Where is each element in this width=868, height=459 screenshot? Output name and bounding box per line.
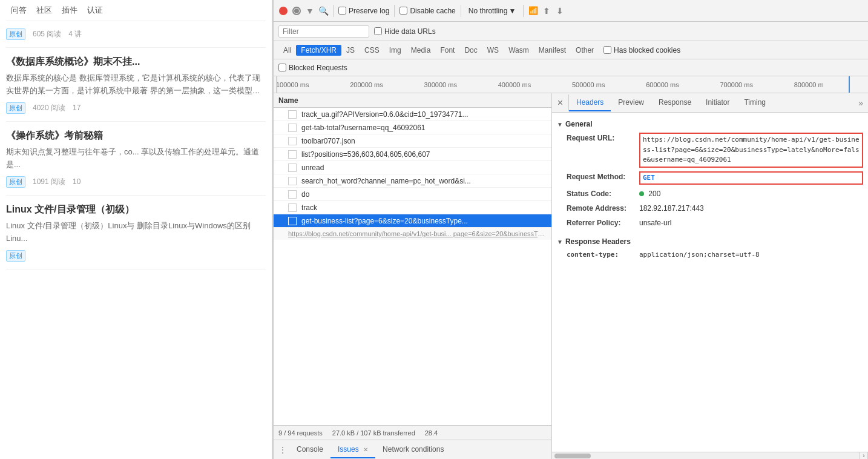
tab-console[interactable]: Console <box>289 441 330 458</box>
disable-cache-checkbox[interactable]: Disable cache <box>399 7 455 15</box>
request-item[interactable]: toolbar0707.json <box>274 134 551 148</box>
scroll-thumb[interactable] <box>554 454 591 458</box>
req-name[interactable]: search_hot_word?channel_name=pc_hot_word… <box>301 177 547 185</box>
close-panel-button[interactable]: × <box>552 94 569 111</box>
request-checkbox[interactable] <box>288 163 297 172</box>
type-btn-media[interactable]: Media <box>406 45 436 56</box>
blog-meta: 原创 605 阅读 4 讲 <box>6 28 266 40</box>
preserve-log-checkbox[interactable]: Preserve log <box>338 7 389 15</box>
type-btn-all[interactable]: All <box>278 45 296 56</box>
tab-initiator[interactable]: Initiator <box>699 94 737 111</box>
transferred-size: 27.0 kB / 107 kB transferred <box>332 429 415 437</box>
timeline-row: 100000 ms 200000 ms 300000 ms 400000 ms … <box>274 76 868 93</box>
request-item[interactable]: search_hot_word?channel_name=pc_hot_word… <box>274 174 551 188</box>
nav-item-auth[interactable]: 认证 <box>87 2 103 18</box>
type-btn-other[interactable]: Other <box>571 45 599 56</box>
req-name[interactable]: unread <box>301 163 547 172</box>
tab-headers[interactable]: Headers <box>569 94 611 111</box>
nav-item-qa[interactable]: 问答 <box>11 2 27 18</box>
request-item-selected[interactable]: get-business-list?page=6&size=20&busines… <box>274 214 551 228</box>
detail-panel: × Headers Preview Response Initiator Tim… <box>552 93 868 459</box>
blog-title[interactable]: 《操作系统》考前秘籍 <box>6 129 266 142</box>
detail-tabs: × Headers Preview Response Initiator Tim… <box>552 93 868 113</box>
request-checkbox[interactable] <box>288 177 297 185</box>
req-name-selected[interactable]: get-business-list?page=6&size=20&busines… <box>301 217 547 225</box>
timeline-label-5: 500000 ms <box>572 81 646 88</box>
req-name[interactable]: toolbar0707.json <box>301 137 547 145</box>
req-name[interactable]: track <box>301 203 547 212</box>
filter-button[interactable]: ▼ <box>305 6 315 16</box>
devtools-filter-row: Hide data URLs <box>274 22 868 41</box>
tab-timing[interactable]: Timing <box>737 94 773 111</box>
filter-input[interactable] <box>278 25 369 38</box>
content-type-label: content-type: <box>567 250 639 260</box>
request-method-label: Request Method: <box>567 171 639 185</box>
blog-title[interactable]: Linux 文件/目录管理（初级） <box>6 203 266 216</box>
has-blocked-cookies-checkbox[interactable]: Has blocked cookies <box>603 46 680 54</box>
req-name[interactable]: do <box>301 190 547 199</box>
request-checkbox[interactable] <box>288 137 297 145</box>
req-name[interactable]: track_ua.gif?APIVersion=0.6.0&cid=10_197… <box>301 110 547 119</box>
has-blocked-cookies-input[interactable] <box>603 46 611 54</box>
req-name[interactable]: get-tab-total?username=qq_46092061 <box>301 124 547 132</box>
request-checkbox[interactable] <box>288 203 297 212</box>
type-btn-manifest[interactable]: Manifest <box>534 45 571 56</box>
request-checkbox[interactable] <box>288 150 297 159</box>
type-btn-js[interactable]: JS <box>341 45 360 56</box>
disable-cache-input[interactable] <box>399 7 407 15</box>
request-list[interactable]: track_ua.gif?APIVersion=0.6.0&cid=10_197… <box>274 108 551 425</box>
request-checkbox[interactable] <box>288 124 297 132</box>
blog-title[interactable]: 《数据库系统概论》期末不挂... <box>6 55 266 68</box>
request-item[interactable]: do <box>274 188 551 201</box>
record-button[interactable] <box>278 6 288 16</box>
blocked-requests-checkbox[interactable] <box>278 64 286 71</box>
tab-preview[interactable]: Preview <box>611 94 651 111</box>
throttling-select[interactable]: No throttling ▼ <box>466 5 519 16</box>
request-item[interactable]: unread <box>274 161 551 174</box>
tab-issues[interactable]: Issues ✕ <box>330 441 375 458</box>
hide-urls-checkbox[interactable]: Hide data URLs <box>374 27 436 36</box>
request-url-value[interactable]: https://blog.csdn.net/community/home-api… <box>639 133 863 168</box>
request-checkbox[interactable] <box>288 110 297 119</box>
toolbar-divider <box>461 5 461 17</box>
response-headers-section-header[interactable]: ▼ Response Headers <box>557 235 863 248</box>
type-btn-wasm[interactable]: Wasm <box>504 45 534 56</box>
horizontal-scrollbar[interactable]: › <box>552 452 868 459</box>
download-button[interactable]: ⬇ <box>555 6 565 16</box>
type-btn-font[interactable]: Font <box>435 45 459 56</box>
tab-network-conditions[interactable]: Network conditions <box>375 441 451 458</box>
type-btn-doc[interactable]: Doc <box>459 45 482 56</box>
type-btn-fetchxhr[interactable]: Fetch/XHR <box>296 45 341 56</box>
toolbar-divider <box>523 5 524 17</box>
scroll-right-button[interactable]: › <box>860 452 868 460</box>
general-section-header[interactable]: ▼ General <box>557 117 863 131</box>
wifi-icon[interactable]: 📶 <box>528 6 538 16</box>
tab-response[interactable]: Response <box>651 94 699 111</box>
type-btn-img[interactable]: Img <box>384 45 406 56</box>
request-item[interactable]: list?positions=536,603,604,605,606,607 <box>274 148 551 161</box>
blog-card: Linux 文件/目录管理（初级） Linux 文件/目录管理（初级）Linux… <box>6 196 266 269</box>
timeline-label-8: 800000 m <box>794 81 868 88</box>
req-name[interactable]: list?positions=536,603,604,605,606,607 <box>301 150 547 159</box>
request-item[interactable]: track <box>274 201 551 214</box>
hide-urls-label: Hide data URLs <box>384 27 436 36</box>
type-btn-css[interactable]: CSS <box>360 45 384 56</box>
upload-button[interactable]: ⬆ <box>542 6 551 16</box>
request-item[interactable]: get-tab-total?username=qq_46092061 <box>274 121 551 134</box>
nav-item-plugin[interactable]: 插件 <box>62 2 77 18</box>
type-btn-ws[interactable]: WS <box>482 45 504 56</box>
preserve-log-input[interactable] <box>338 7 346 15</box>
request-item[interactable]: track_ua.gif?APIVersion=0.6.0&cid=10_197… <box>274 108 551 121</box>
hide-urls-input[interactable] <box>374 27 382 35</box>
tab-close-icon[interactable]: ✕ <box>363 446 368 453</box>
search-button[interactable]: 🔍 <box>318 6 328 16</box>
nav-item-community[interactable]: 社区 <box>36 2 52 18</box>
blog-panel: 问答 社区 插件 认证 原创 605 阅读 4 讲 《数据库系统概论》期末不挂.… <box>0 0 272 459</box>
more-tabs-button[interactable]: » <box>853 98 868 108</box>
more-icon[interactable]: ⋮ <box>278 445 287 455</box>
request-checkbox[interactable] <box>288 190 297 199</box>
tag-original: 原创 <box>6 250 25 262</box>
detail-content: ▼ General Request URL: https://blog.csdn… <box>552 113 868 452</box>
stop-button[interactable] <box>292 6 301 16</box>
request-checkbox[interactable] <box>288 217 297 225</box>
